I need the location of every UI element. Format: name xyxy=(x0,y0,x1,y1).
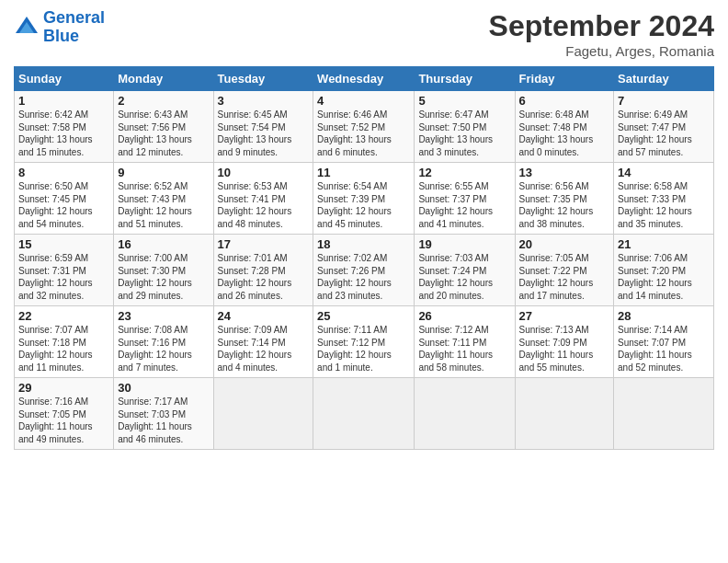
day-number: 2 xyxy=(118,94,209,108)
day-info: Sunrise: 7:01 AM Sunset: 7:28 PM Dayligh… xyxy=(218,252,310,302)
location-subtitle: Fagetu, Arges, Romania xyxy=(489,43,714,59)
day-cell: 14Sunrise: 6:58 AM Sunset: 7:33 PM Dayli… xyxy=(614,163,714,235)
day-cell xyxy=(415,378,515,450)
day-number: 7 xyxy=(618,94,710,108)
logo: GeneralBlue xyxy=(14,9,105,46)
day-cell xyxy=(313,378,415,450)
day-info: Sunrise: 6:54 AM Sunset: 7:39 PM Dayligh… xyxy=(317,180,410,230)
day-cell: 16Sunrise: 7:00 AM Sunset: 7:30 PM Dayli… xyxy=(114,235,213,306)
day-cell: 23Sunrise: 7:08 AM Sunset: 7:16 PM Dayli… xyxy=(114,306,213,378)
day-number: 23 xyxy=(118,309,209,323)
day-cell: 5Sunrise: 6:47 AM Sunset: 7:50 PM Daylig… xyxy=(415,91,515,163)
day-number: 16 xyxy=(118,237,209,251)
day-cell: 22Sunrise: 7:07 AM Sunset: 7:18 PM Dayli… xyxy=(15,306,114,378)
week-row-2: 8Sunrise: 6:50 AM Sunset: 7:45 PM Daylig… xyxy=(15,163,714,235)
col-header-saturday: Saturday xyxy=(614,67,714,91)
col-header-tuesday: Tuesday xyxy=(213,67,313,91)
day-info: Sunrise: 6:56 AM Sunset: 7:35 PM Dayligh… xyxy=(519,180,610,230)
day-cell: 25Sunrise: 7:11 AM Sunset: 7:12 PM Dayli… xyxy=(313,306,415,378)
week-row-1: 1Sunrise: 6:42 AM Sunset: 7:58 PM Daylig… xyxy=(15,91,714,163)
day-number: 19 xyxy=(418,237,510,251)
week-row-3: 15Sunrise: 6:59 AM Sunset: 7:31 PM Dayli… xyxy=(15,235,714,306)
col-header-monday: Monday xyxy=(114,67,213,91)
day-number: 18 xyxy=(317,237,410,251)
day-number: 21 xyxy=(618,237,710,251)
day-info: Sunrise: 6:45 AM Sunset: 7:54 PM Dayligh… xyxy=(218,109,310,158)
day-cell: 10Sunrise: 6:53 AM Sunset: 7:41 PM Dayli… xyxy=(213,163,313,235)
day-cell: 20Sunrise: 7:05 AM Sunset: 7:22 PM Dayli… xyxy=(515,235,614,306)
day-info: Sunrise: 6:46 AM Sunset: 7:52 PM Dayligh… xyxy=(317,109,410,158)
day-info: Sunrise: 7:11 AM Sunset: 7:12 PM Dayligh… xyxy=(317,324,410,373)
col-header-wednesday: Wednesday xyxy=(313,67,415,91)
col-header-friday: Friday xyxy=(515,67,614,91)
day-info: Sunrise: 6:53 AM Sunset: 7:41 PM Dayligh… xyxy=(218,180,310,230)
day-number: 25 xyxy=(317,309,410,323)
week-row-5: 29Sunrise: 7:16 AM Sunset: 7:05 PM Dayli… xyxy=(15,378,714,450)
day-number: 27 xyxy=(519,309,610,323)
day-cell: 1Sunrise: 6:42 AM Sunset: 7:58 PM Daylig… xyxy=(15,91,114,163)
day-number: 17 xyxy=(218,237,310,251)
day-number: 14 xyxy=(618,166,710,179)
day-number: 29 xyxy=(18,381,109,395)
day-info: Sunrise: 7:06 AM Sunset: 7:20 PM Dayligh… xyxy=(618,252,710,302)
day-info: Sunrise: 7:03 AM Sunset: 7:24 PM Dayligh… xyxy=(418,252,510,302)
day-info: Sunrise: 7:08 AM Sunset: 7:16 PM Dayligh… xyxy=(118,324,209,373)
day-info: Sunrise: 7:07 AM Sunset: 7:18 PM Dayligh… xyxy=(18,324,109,373)
day-number: 12 xyxy=(418,166,510,179)
day-info: Sunrise: 6:47 AM Sunset: 7:50 PM Dayligh… xyxy=(418,109,510,158)
day-cell xyxy=(515,378,614,450)
day-cell: 8Sunrise: 6:50 AM Sunset: 7:45 PM Daylig… xyxy=(15,163,114,235)
calendar-table: SundayMondayTuesdayWednesdayThursdayFrid… xyxy=(14,66,714,450)
day-cell: 12Sunrise: 6:55 AM Sunset: 7:37 PM Dayli… xyxy=(415,163,515,235)
day-cell: 3Sunrise: 6:45 AM Sunset: 7:54 PM Daylig… xyxy=(213,91,313,163)
day-number: 9 xyxy=(118,166,209,179)
title-block: September 2024 Fagetu, Arges, Romania xyxy=(489,9,714,59)
day-info: Sunrise: 6:58 AM Sunset: 7:33 PM Dayligh… xyxy=(618,180,710,230)
day-cell: 2Sunrise: 6:43 AM Sunset: 7:56 PM Daylig… xyxy=(114,91,213,163)
day-info: Sunrise: 6:59 AM Sunset: 7:31 PM Dayligh… xyxy=(18,252,109,302)
day-cell: 30Sunrise: 7:17 AM Sunset: 7:03 PM Dayli… xyxy=(114,378,213,450)
day-info: Sunrise: 7:05 AM Sunset: 7:22 PM Dayligh… xyxy=(519,252,610,302)
page-header: GeneralBlue September 2024 Fagetu, Arges… xyxy=(14,9,714,59)
day-cell: 28Sunrise: 7:14 AM Sunset: 7:07 PM Dayli… xyxy=(614,306,714,378)
col-header-sunday: Sunday xyxy=(15,67,114,91)
day-cell xyxy=(614,378,714,450)
day-info: Sunrise: 7:14 AM Sunset: 7:07 PM Dayligh… xyxy=(618,324,710,373)
day-info: Sunrise: 7:17 AM Sunset: 7:03 PM Dayligh… xyxy=(118,396,209,445)
day-info: Sunrise: 6:55 AM Sunset: 7:37 PM Dayligh… xyxy=(418,180,510,230)
day-cell: 27Sunrise: 7:13 AM Sunset: 7:09 PM Dayli… xyxy=(515,306,614,378)
day-cell: 15Sunrise: 6:59 AM Sunset: 7:31 PM Dayli… xyxy=(15,235,114,306)
month-title: September 2024 xyxy=(489,9,714,43)
day-number: 15 xyxy=(18,237,109,251)
col-header-thursday: Thursday xyxy=(415,67,515,91)
day-info: Sunrise: 7:02 AM Sunset: 7:26 PM Dayligh… xyxy=(317,252,410,302)
day-info: Sunrise: 6:43 AM Sunset: 7:56 PM Dayligh… xyxy=(118,109,209,158)
day-number: 4 xyxy=(317,94,410,108)
day-info: Sunrise: 6:49 AM Sunset: 7:47 PM Dayligh… xyxy=(618,109,710,158)
header-row: SundayMondayTuesdayWednesdayThursdayFrid… xyxy=(15,67,714,91)
day-info: Sunrise: 7:16 AM Sunset: 7:05 PM Dayligh… xyxy=(18,396,109,445)
day-number: 13 xyxy=(519,166,610,179)
page-container: GeneralBlue September 2024 Fagetu, Arges… xyxy=(0,0,728,459)
day-number: 1 xyxy=(18,94,109,108)
day-cell: 13Sunrise: 6:56 AM Sunset: 7:35 PM Dayli… xyxy=(515,163,614,235)
day-number: 10 xyxy=(218,166,310,179)
day-info: Sunrise: 6:48 AM Sunset: 7:48 PM Dayligh… xyxy=(519,109,610,158)
day-cell: 18Sunrise: 7:02 AM Sunset: 7:26 PM Dayli… xyxy=(313,235,415,306)
day-number: 3 xyxy=(218,94,310,108)
day-info: Sunrise: 6:52 AM Sunset: 7:43 PM Dayligh… xyxy=(118,180,209,230)
day-info: Sunrise: 7:00 AM Sunset: 7:30 PM Dayligh… xyxy=(118,252,209,302)
day-number: 30 xyxy=(118,381,209,395)
day-info: Sunrise: 6:50 AM Sunset: 7:45 PM Dayligh… xyxy=(18,180,109,230)
day-number: 11 xyxy=(317,166,410,179)
logo-icon xyxy=(14,15,40,40)
day-number: 26 xyxy=(418,309,510,323)
day-cell: 9Sunrise: 6:52 AM Sunset: 7:43 PM Daylig… xyxy=(114,163,213,235)
day-cell: 6Sunrise: 6:48 AM Sunset: 7:48 PM Daylig… xyxy=(515,91,614,163)
day-cell: 11Sunrise: 6:54 AM Sunset: 7:39 PM Dayli… xyxy=(313,163,415,235)
week-row-4: 22Sunrise: 7:07 AM Sunset: 7:18 PM Dayli… xyxy=(15,306,714,378)
day-cell: 19Sunrise: 7:03 AM Sunset: 7:24 PM Dayli… xyxy=(415,235,515,306)
day-cell: 24Sunrise: 7:09 AM Sunset: 7:14 PM Dayli… xyxy=(213,306,313,378)
day-cell: 4Sunrise: 6:46 AM Sunset: 7:52 PM Daylig… xyxy=(313,91,415,163)
day-number: 6 xyxy=(519,94,610,108)
